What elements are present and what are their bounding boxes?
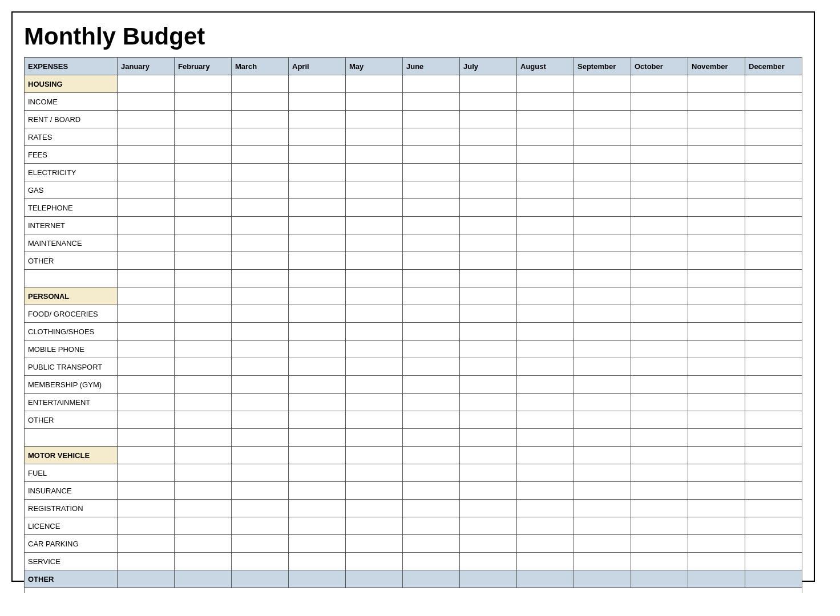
- cell[interactable]: [631, 199, 688, 217]
- cell[interactable]: [574, 394, 631, 411]
- cell[interactable]: [289, 128, 346, 146]
- cell[interactable]: [289, 570, 346, 588]
- cell[interactable]: [232, 570, 289, 588]
- cell[interactable]: [403, 75, 460, 93]
- cell[interactable]: [460, 234, 517, 252]
- cell[interactable]: [403, 164, 460, 181]
- cell[interactable]: [745, 111, 802, 128]
- cell[interactable]: [175, 146, 232, 164]
- cell[interactable]: [517, 447, 574, 464]
- cell[interactable]: [232, 323, 289, 341]
- cell[interactable]: [745, 500, 802, 517]
- cell[interactable]: [745, 394, 802, 411]
- cell[interactable]: [460, 411, 517, 429]
- cell[interactable]: [289, 411, 346, 429]
- cell[interactable]: [232, 517, 289, 535]
- cell[interactable]: [745, 305, 802, 323]
- cell[interactable]: [745, 482, 802, 500]
- cell[interactable]: [574, 111, 631, 128]
- cell[interactable]: [745, 217, 802, 234]
- cell[interactable]: [745, 447, 802, 464]
- cell[interactable]: [175, 517, 232, 535]
- cell[interactable]: [346, 553, 403, 570]
- cell[interactable]: [574, 270, 631, 287]
- cell[interactable]: [403, 341, 460, 358]
- cell[interactable]: [745, 535, 802, 553]
- cell[interactable]: [232, 199, 289, 217]
- cell[interactable]: [289, 199, 346, 217]
- cell[interactable]: [346, 570, 403, 588]
- cell[interactable]: [688, 411, 745, 429]
- cell[interactable]: [289, 234, 346, 252]
- cell[interactable]: [232, 553, 289, 570]
- cell[interactable]: [232, 411, 289, 429]
- cell[interactable]: [745, 93, 802, 111]
- cell[interactable]: [631, 93, 688, 111]
- cell[interactable]: [232, 447, 289, 464]
- cell[interactable]: [688, 111, 745, 128]
- cell[interactable]: [403, 181, 460, 199]
- cell[interactable]: [745, 570, 802, 588]
- cell[interactable]: [118, 500, 175, 517]
- cell[interactable]: [631, 128, 688, 146]
- cell[interactable]: [175, 75, 232, 93]
- cell[interactable]: [688, 164, 745, 181]
- totals-cell[interactable]: [118, 588, 802, 594]
- cell[interactable]: [346, 376, 403, 394]
- cell[interactable]: [517, 199, 574, 217]
- cell[interactable]: [631, 146, 688, 164]
- cell[interactable]: [118, 270, 175, 287]
- cell[interactable]: [688, 464, 745, 482]
- cell[interactable]: [745, 252, 802, 270]
- cell[interactable]: [688, 482, 745, 500]
- cell[interactable]: [745, 411, 802, 429]
- cell[interactable]: [688, 75, 745, 93]
- cell[interactable]: [460, 252, 517, 270]
- cell[interactable]: [118, 517, 175, 535]
- cell[interactable]: [688, 252, 745, 270]
- cell[interactable]: [460, 447, 517, 464]
- cell[interactable]: [631, 164, 688, 181]
- cell[interactable]: [346, 111, 403, 128]
- cell[interactable]: [175, 500, 232, 517]
- cell[interactable]: [688, 447, 745, 464]
- cell[interactable]: [688, 323, 745, 341]
- cell[interactable]: [631, 217, 688, 234]
- cell[interactable]: [517, 411, 574, 429]
- cell[interactable]: [745, 199, 802, 217]
- cell[interactable]: [517, 464, 574, 482]
- cell[interactable]: [631, 447, 688, 464]
- cell[interactable]: [289, 111, 346, 128]
- cell[interactable]: [289, 464, 346, 482]
- cell[interactable]: [517, 429, 574, 447]
- cell[interactable]: [118, 252, 175, 270]
- cell[interactable]: [289, 146, 346, 164]
- cell[interactable]: [574, 376, 631, 394]
- cell[interactable]: [745, 358, 802, 376]
- cell[interactable]: [175, 270, 232, 287]
- cell[interactable]: [175, 323, 232, 341]
- cell[interactable]: [574, 146, 631, 164]
- cell[interactable]: [631, 111, 688, 128]
- cell[interactable]: [688, 376, 745, 394]
- cell[interactable]: [118, 146, 175, 164]
- cell[interactable]: [403, 500, 460, 517]
- cell[interactable]: [688, 146, 745, 164]
- cell[interactable]: [118, 394, 175, 411]
- cell[interactable]: [289, 553, 346, 570]
- cell[interactable]: [232, 376, 289, 394]
- cell[interactable]: [175, 234, 232, 252]
- cell[interactable]: [175, 341, 232, 358]
- cell[interactable]: [688, 181, 745, 199]
- cell[interactable]: [574, 199, 631, 217]
- cell[interactable]: [232, 164, 289, 181]
- cell[interactable]: [631, 570, 688, 588]
- cell[interactable]: [745, 323, 802, 341]
- cell[interactable]: [175, 111, 232, 128]
- cell[interactable]: [745, 128, 802, 146]
- cell[interactable]: [118, 411, 175, 429]
- cell[interactable]: [631, 535, 688, 553]
- cell[interactable]: [403, 93, 460, 111]
- cell[interactable]: [289, 75, 346, 93]
- cell[interactable]: [460, 376, 517, 394]
